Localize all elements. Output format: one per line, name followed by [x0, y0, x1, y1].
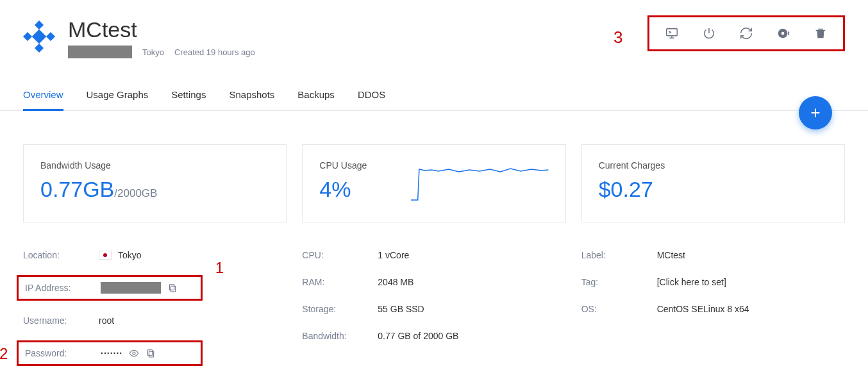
ram-value: 2048 MB: [378, 277, 413, 287]
label-label: Label:: [581, 250, 657, 260]
svg-rect-4: [32, 29, 47, 44]
charges-card: Current Charges $0.27: [581, 144, 845, 222]
svg-rect-3: [46, 32, 55, 41]
tag-value[interactable]: [Click here to set]: [657, 277, 726, 287]
cpu-label: CPU Usage: [319, 160, 411, 171]
tab-overview[interactable]: Overview: [23, 81, 63, 111]
cpu-sparkline: [411, 163, 548, 204]
cpu-value: 4%: [319, 177, 411, 202]
storage-label: Storage:: [302, 304, 378, 314]
bandwidth-card: Bandwidth Usage 0.77GB/2000GB: [23, 144, 287, 222]
password-mask: ·······: [101, 348, 122, 358]
header-location: Tokyo: [142, 47, 164, 57]
svg-rect-2: [23, 32, 32, 41]
power-icon[interactable]: [702, 26, 716, 40]
tag-label: Tag:: [581, 277, 657, 287]
add-button[interactable]: [799, 96, 832, 129]
bandwidth-detail-value[interactable]: 0.77 GB of 2000 GB: [378, 331, 458, 341]
storage-value: 55 GB SSD: [378, 304, 424, 314]
copy-ip-icon[interactable]: [167, 283, 178, 293]
tab-ddos[interactable]: DDOS: [358, 81, 385, 110]
os-value: CentOS SELinux 8 x64: [657, 304, 749, 314]
username-label: Username:: [23, 315, 99, 326]
svg-rect-9: [171, 287, 175, 292]
copy-password-icon[interactable]: [146, 348, 156, 358]
reveal-password-icon[interactable]: [129, 348, 139, 358]
svg-point-11: [133, 352, 135, 355]
location-label: Location:: [23, 250, 99, 260]
password-label: Password:: [25, 348, 101, 358]
bandwidth-detail-label: Bandwidth:: [302, 331, 378, 341]
svg-rect-8: [788, 31, 789, 35]
restart-icon[interactable]: [739, 26, 753, 40]
flag-jp-icon: [99, 251, 112, 260]
console-icon[interactable]: [665, 26, 679, 40]
os-label: OS:: [581, 304, 657, 314]
location-value: Tokyo: [118, 250, 142, 260]
redacted-ip-value: [101, 282, 161, 294]
redacted-ip-header: [68, 46, 132, 58]
server-title: MCtest: [68, 18, 255, 42]
server-actions: [647, 15, 845, 51]
ram-label: RAM:: [302, 277, 378, 287]
charges-label: Current Charges: [599, 160, 828, 171]
cpu-spec-label: CPU:: [302, 250, 378, 260]
tabs: Overview Usage Graphs Settings Snapshots…: [23, 81, 845, 111]
bandwidth-value: 0.77GB: [40, 177, 114, 201]
tab-settings[interactable]: Settings: [171, 81, 206, 110]
logo: [23, 21, 55, 53]
svg-rect-10: [169, 285, 174, 290]
reinstall-icon[interactable]: [776, 26, 790, 40]
ip-label: IP Address:: [25, 283, 101, 293]
cpu-spec-value: 1 vCore: [378, 250, 409, 260]
ip-address-box: IP Address:: [17, 275, 203, 301]
cpu-card: CPU Usage 4%: [302, 144, 565, 222]
header-created: Created 19 hours ago: [174, 47, 255, 57]
svg-rect-12: [149, 352, 154, 358]
svg-rect-5: [667, 29, 678, 36]
tab-snapshots[interactable]: Snapshots: [229, 81, 274, 110]
tab-usage-graphs[interactable]: Usage Graphs: [87, 81, 149, 110]
username-value: root: [99, 315, 114, 326]
label-value[interactable]: MCtest: [657, 250, 685, 260]
password-box: Password: ·······: [17, 340, 203, 366]
svg-point-7: [781, 32, 785, 35]
tab-backups[interactable]: Backups: [297, 81, 335, 110]
bandwidth-suffix: /2000GB: [114, 187, 157, 199]
trash-icon[interactable]: [814, 26, 828, 40]
svg-rect-0: [35, 21, 44, 29]
bandwidth-label: Bandwidth Usage: [40, 160, 269, 171]
svg-rect-1: [35, 44, 44, 53]
charges-value: $0.27: [599, 177, 828, 202]
svg-rect-13: [148, 350, 153, 356]
